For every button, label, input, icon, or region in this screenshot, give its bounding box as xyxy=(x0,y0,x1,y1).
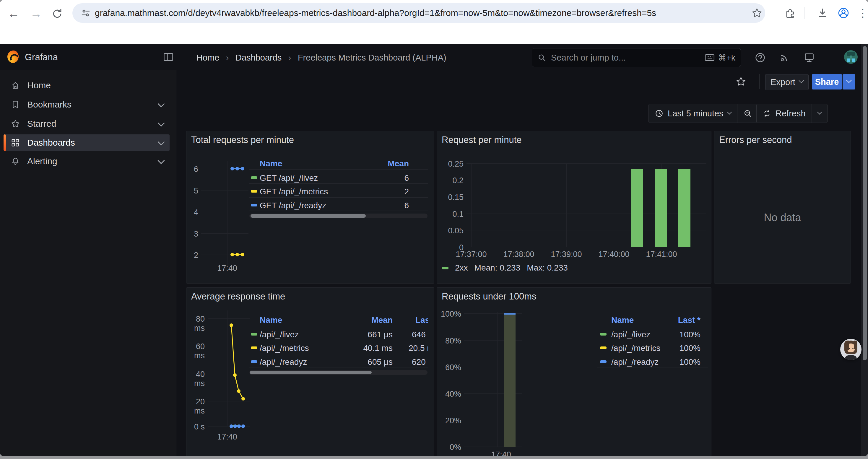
sidebar-item-bookmarks[interactable]: Bookmarks xyxy=(4,96,169,113)
collapse-sidebar-icon[interactable] xyxy=(163,53,174,61)
floating-assistant-avatar[interactable] xyxy=(840,339,862,360)
panel-title[interactable]: Request per minute xyxy=(442,135,522,145)
bookmark-star-icon[interactable] xyxy=(750,6,764,20)
legend-scrollbar[interactable] xyxy=(249,214,428,218)
legend-scrollbar[interactable] xyxy=(249,370,428,375)
reload-icon[interactable] xyxy=(51,7,64,20)
breadcrumb-dashboards[interactable]: Dashboards xyxy=(236,53,282,62)
breadcrumb-separator: › xyxy=(226,53,229,62)
series-chip[interactable] xyxy=(251,333,257,335)
legend-separator xyxy=(597,367,708,367)
chevron-down-icon[interactable] xyxy=(157,100,164,107)
breadcrumb-home[interactable]: Home xyxy=(196,53,219,62)
legend-row-name[interactable]: /api/_/readyz xyxy=(611,357,658,367)
series-chip[interactable] xyxy=(251,347,257,349)
news-rss-icon[interactable] xyxy=(779,52,790,63)
page-scrollbar-thumb[interactable] xyxy=(863,46,867,360)
legend-row-name[interactable]: GET /api/_/livez xyxy=(260,173,318,183)
legend-header-mean[interactable]: Mean xyxy=(362,159,409,168)
refresh-controls: Refresh xyxy=(756,104,828,123)
legend-separator xyxy=(249,354,428,354)
y-tick: 60% xyxy=(437,363,461,372)
profile-icon[interactable] xyxy=(837,6,850,20)
search-bar[interactable]: ⌘+k xyxy=(532,48,741,67)
help-icon[interactable] xyxy=(754,52,766,63)
chevron-down-icon[interactable] xyxy=(157,138,164,145)
site-settings-icon[interactable] xyxy=(81,8,91,18)
legend-row-name[interactable]: GET /api/_/metrics xyxy=(260,187,328,196)
x-tick: 17:37:00 xyxy=(449,250,493,259)
refresh-button[interactable]: Refresh xyxy=(756,104,812,123)
browser-window: ← → xyxy=(0,0,868,456)
menu-kebab-icon[interactable]: ⋮ xyxy=(856,6,868,20)
breadcrumb-current: Freeleaps Metrics Dashboard (ALPHA) xyxy=(298,53,446,62)
panel-total-requests[interactable]: Total requests per minute 6 5 4 3 2 17:4… xyxy=(186,131,434,284)
zoom-out-button[interactable] xyxy=(737,104,758,123)
y-tick: 80% xyxy=(437,336,461,346)
legend-row-name[interactable]: /api/_/readyz xyxy=(260,357,307,367)
share-button[interactable]: Share xyxy=(812,74,842,90)
avatar-pixel-left xyxy=(847,59,850,62)
panel-title[interactable]: Errors per second xyxy=(719,135,792,145)
panel-requests-under-100ms[interactable]: Requests under 100ms 100% 80% 60% 40% 20… xyxy=(437,287,711,456)
time-range-picker[interactable]: Last 5 minutes xyxy=(649,104,737,123)
chevron-down-icon[interactable] xyxy=(157,157,164,164)
legend-row-name[interactable]: /api/_/livez xyxy=(611,330,650,339)
url-input[interactable] xyxy=(95,8,765,18)
gridline xyxy=(466,230,706,230)
actions-divider xyxy=(759,74,760,89)
refresh-interval-button[interactable] xyxy=(812,104,827,123)
panel-avg-response-time[interactable]: Average response time 80 ms 60 ms 40 ms … xyxy=(186,287,434,456)
gridline xyxy=(466,214,706,214)
sidebar-item-home[interactable]: Home xyxy=(4,77,169,94)
sidebar-item-starred[interactable]: Starred xyxy=(4,116,169,132)
series-chip[interactable] xyxy=(251,176,257,179)
sidebar-item-alerting[interactable]: Alerting xyxy=(4,153,169,169)
sidebar: Home Bookmarks Starred xyxy=(0,70,176,456)
sidebar-item-dashboards[interactable]: Dashboards xyxy=(4,134,169,151)
series-chip[interactable] xyxy=(251,204,257,206)
download-icon[interactable] xyxy=(816,6,829,20)
monitor-icon[interactable] xyxy=(804,52,815,63)
favorite-star-icon[interactable] xyxy=(736,76,746,87)
legend-header-last[interactable]: Last * xyxy=(415,316,428,325)
extensions-icon[interactable] xyxy=(784,6,797,20)
search-input[interactable] xyxy=(550,53,705,63)
series-chip[interactable] xyxy=(600,333,607,335)
forward-icon[interactable]: → xyxy=(30,7,42,20)
gridline xyxy=(614,163,614,247)
legend-header-name[interactable]: Name xyxy=(260,316,282,325)
panel-errors-per-second[interactable]: Errors per second No data xyxy=(714,131,851,284)
x-tick: 17:41:00 xyxy=(639,250,684,259)
back-icon[interactable]: ← xyxy=(7,7,20,20)
legend-row-mean: 6 xyxy=(362,201,409,210)
series-chip[interactable] xyxy=(251,190,257,193)
legend-row-name[interactable]: /api/_/metrics xyxy=(260,343,309,353)
legend-header-last[interactable]: Last * xyxy=(653,316,701,325)
export-button[interactable]: Export xyxy=(765,74,809,90)
legend-row-name[interactable]: /api/_/livez xyxy=(260,330,299,339)
grafana-brand[interactable]: Grafana xyxy=(25,52,58,63)
bar-100pct xyxy=(504,314,516,447)
legend-header-name[interactable]: Name xyxy=(611,316,634,325)
legend-row-name[interactable]: GET /api/_/readyz xyxy=(260,201,326,210)
legend-series-name[interactable]: 2xx xyxy=(455,263,468,273)
panel-request-per-minute[interactable]: Request per minute 0.25 0.2 0.15 0.1 0.0… xyxy=(437,131,711,284)
share-menu-button[interactable] xyxy=(843,74,855,90)
url-bar[interactable] xyxy=(72,3,765,23)
series-chip[interactable] xyxy=(442,267,448,269)
bookmark-icon xyxy=(11,100,20,109)
legend-header-name[interactable]: Name xyxy=(260,159,282,168)
series-chip[interactable] xyxy=(600,360,607,363)
legend-max: Max: 0.233 xyxy=(527,263,568,273)
grafana-logo-icon[interactable] xyxy=(7,51,19,63)
page-scrollbar[interactable] xyxy=(861,44,868,456)
series-chip[interactable] xyxy=(600,347,607,349)
legend-scrollbar-thumb[interactable] xyxy=(250,371,372,374)
panel-title[interactable]: Requests under 100ms xyxy=(442,291,536,302)
legend-scrollbar-thumb[interactable] xyxy=(251,214,366,218)
chevron-down-icon[interactable] xyxy=(157,119,164,126)
series-chip[interactable] xyxy=(251,360,257,363)
legend-header-mean[interactable]: Mean xyxy=(345,316,393,325)
user-avatar[interactable] xyxy=(844,50,858,64)
